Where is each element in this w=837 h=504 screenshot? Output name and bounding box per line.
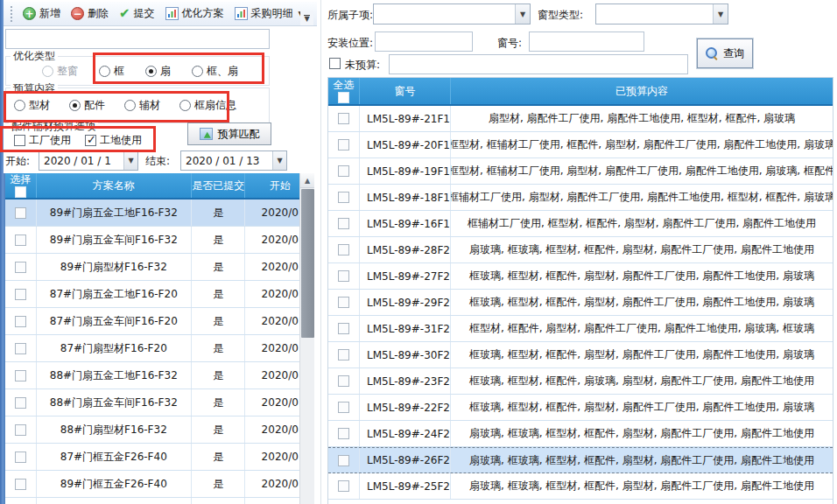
radio-icon[interactable]	[99, 66, 110, 77]
radio-icon[interactable]	[192, 66, 203, 77]
plan-table-row[interactable]: 87#门扇型材F16-F20 是 2020/0	[5, 335, 314, 362]
window-table-row[interactable]: LM5L-89#-30F28 框玻璃, 框型材, 框配件, 扇型材, 扇配件工厂…	[328, 342, 833, 368]
plan-table-row[interactable]: 89#门扇五金车间F16-F32 是 2020/0	[5, 227, 314, 254]
row-checkbox[interactable]	[338, 113, 349, 124]
row-checkbox[interactable]	[15, 343, 26, 354]
plan-table-row[interactable]: 88#门扇五金车间F16-F32 是 2020/0	[5, 389, 314, 416]
row-checkbox[interactable]	[15, 262, 26, 273]
window-table-row[interactable]: LM5L-89#-23F21 框玻璃, 框型材, 框配件, 扇玻璃, 扇型材, …	[328, 368, 833, 395]
row-checkbox[interactable]	[338, 349, 349, 360]
row-checkbox[interactable]	[15, 234, 26, 246]
radio-icon[interactable]	[42, 66, 53, 77]
date-start-picker[interactable]: 2020 / 01 / 1 ▼	[39, 150, 138, 171]
row-checkbox[interactable]	[338, 455, 349, 466]
window-table-row[interactable]: LM5L-89#-24F22 扇玻璃, 框玻璃, 框型材, 框配件, 扇型材, …	[328, 421, 833, 447]
window-header-no[interactable]: 窗号	[360, 78, 451, 104]
sub-item-combobox[interactable]: ▼	[373, 4, 531, 24]
no-budget-checkbox[interactable]	[329, 58, 341, 69]
row-checkbox[interactable]	[15, 452, 26, 463]
row-checkbox[interactable]	[15, 424, 26, 436]
scrollbar-thumb[interactable]	[301, 189, 314, 338]
query-button[interactable]: 查询	[697, 38, 753, 68]
chevron-down-icon[interactable]: ▼	[123, 151, 137, 170]
window-no-input[interactable]	[529, 32, 644, 52]
toolbar-overflow-button[interactable]: ▼	[300, 10, 313, 25]
radio-option[interactable]: 框、扇	[192, 64, 238, 79]
plan-table-row[interactable]: 88#门扇型材F16-F32 是 2020/0	[5, 416, 314, 444]
radio-option[interactable]: 扇	[145, 64, 171, 79]
radio-option[interactable]: 辅材	[124, 98, 160, 113]
row-checkbox[interactable]	[15, 370, 26, 382]
row-checkbox[interactable]	[15, 397, 26, 409]
row-checkbox[interactable]	[338, 480, 349, 492]
window-table-row[interactable]: LM5L-89#-18F16 框辅材工厂使用, 扇型材, 扇配件工厂使用, 扇配…	[328, 185, 833, 211]
window-table-row[interactable]: LM5L-89#-28F26 扇玻璃, 框玻璃, 框型材, 框配件, 扇型材, …	[328, 237, 833, 263]
plan-table-row[interactable]: 89#门框五金F26-F40 是 2020/0	[5, 471, 314, 498]
plan-search-input[interactable]	[5, 29, 270, 49]
checkbox-icon[interactable]	[85, 135, 96, 146]
date-end-picker[interactable]: 2020 / 01 / 13 ▼	[180, 150, 287, 171]
row-checkbox[interactable]	[15, 207, 26, 219]
budget-match-button[interactable]: 预算匹配	[187, 122, 271, 145]
checkbox-option[interactable]: 工地使用	[85, 133, 142, 148]
radio-icon[interactable]	[124, 100, 136, 111]
optimize-plan-button[interactable]: 优化方案	[161, 4, 229, 23]
plan-table-row[interactable]: 89#门扇型材F16-F32 是 2020/0	[5, 254, 314, 281]
row-checkbox[interactable]	[338, 218, 349, 229]
add-button[interactable]: + 新增	[18, 4, 65, 23]
window-table-row[interactable]: LM5L-89#-25F23 扇玻璃, 框玻璃, 框型材, 框配件, 扇型材, …	[328, 473, 833, 500]
plan-header-submitted[interactable]: 是否已提交	[192, 173, 246, 198]
window-table-row[interactable]: LM5L-89#-19F17 框型材, 框辅材工厂使用, 扇型材, 扇配件工厂使…	[328, 158, 833, 185]
row-checkbox[interactable]	[338, 270, 349, 282]
window-table-row[interactable]: LM5L-89#-27F25 框玻璃, 框型材, 框配件, 扇型材, 扇配件工厂…	[328, 263, 833, 290]
row-checkbox[interactable]	[338, 297, 349, 308]
window-table-row[interactable]: LM5L-89#-31F29 框型材, 框配件, 扇型材, 扇配件工厂使用, 扇…	[328, 316, 833, 342]
plan-table-row[interactable]: 88#门框五金F21-F40 是 2020/0	[5, 498, 314, 504]
chevron-down-icon[interactable]: ▼	[272, 151, 286, 170]
plan-table-row[interactable]: 87#门扇五金车间F16-F20 是 2020/0	[5, 308, 314, 335]
row-checkbox[interactable]	[15, 316, 26, 327]
plan-table-row[interactable]: 87#门扇五金工地F16-F20 是 2020/0	[5, 281, 314, 308]
plan-table-row[interactable]: 89#门扇五金工地F16-F32 是 2020/0	[5, 200, 314, 227]
row-checkbox[interactable]	[338, 402, 349, 413]
row-checkbox[interactable]	[15, 289, 26, 300]
chevron-down-icon[interactable]: ▼	[515, 4, 530, 24]
row-checkbox[interactable]	[338, 428, 349, 439]
window-header-content[interactable]: 已预算内容	[451, 78, 833, 104]
select-all-checkbox[interactable]	[15, 186, 26, 198]
window-table-row[interactable]: LM5L-89#-22F20 框玻璃, 框型材, 框配件, 扇型材, 扇配件工厂…	[328, 395, 833, 421]
radio-option[interactable]: 型材	[14, 98, 50, 113]
row-checkbox[interactable]	[338, 323, 349, 334]
checkbox-option[interactable]: 工厂使用	[14, 133, 71, 148]
scroll-up-icon[interactable]: ▲	[300, 173, 314, 188]
radio-icon[interactable]	[14, 100, 25, 111]
radio-option[interactable]: 框扇信息	[179, 98, 236, 113]
plan-table-row[interactable]: 87#门框五金F26-F40 是 2020/0	[5, 444, 314, 471]
window-table-row[interactable]: LM5L-89#-29F27 框玻璃, 框型材, 框配件, 扇型材, 扇配件工厂…	[328, 290, 833, 316]
window-table-row[interactable]: LM5L-89#-16F15 框辅材工厂使用, 框型材, 框配件, 扇型材, 扇…	[328, 211, 833, 237]
checkbox-icon[interactable]	[14, 135, 25, 146]
install-position-input[interactable]	[375, 32, 473, 52]
window-table-row[interactable]: LM5L-89#-26F24 扇玻璃, 框玻璃, 框型材, 框配件, 扇型材, …	[328, 447, 833, 473]
radio-icon[interactable]	[69, 100, 81, 111]
row-checkbox[interactable]	[338, 375, 349, 387]
radio-icon[interactable]	[179, 100, 191, 111]
select-all-checkbox[interactable]	[338, 92, 349, 103]
row-checkbox[interactable]	[338, 139, 349, 150]
window-table-row[interactable]: LM5L-89#-21F19 扇型材, 扇配件工厂使用, 扇配件工地使用, 框型…	[328, 106, 833, 132]
plan-table-row[interactable]: 88#门扇五金工地F16-F32 是 2020/0	[5, 362, 314, 389]
row-checkbox[interactable]	[15, 479, 26, 490]
window-table-row[interactable]: LM5L-89#-20F18 框型材, 框辅材工厂使用, 框配件, 扇型材, 扇…	[328, 132, 833, 158]
chevron-down-icon[interactable]: ▼	[713, 4, 728, 24]
row-checkbox[interactable]	[338, 165, 349, 177]
no-budget-input[interactable]	[389, 54, 688, 74]
plan-table-scrollbar[interactable]: ▲	[299, 173, 314, 504]
delete-button[interactable]: − 删除	[67, 4, 113, 23]
purchase-detail-button[interactable]: 采购明细 ▼	[230, 4, 309, 23]
radio-icon[interactable]	[145, 66, 157, 77]
window-type-combobox[interactable]: ▼	[595, 4, 728, 24]
radio-option[interactable]: 框	[99, 64, 124, 79]
plan-header-name[interactable]: 方案名称	[37, 173, 192, 198]
row-checkbox[interactable]	[338, 192, 349, 203]
row-checkbox[interactable]	[338, 244, 349, 256]
